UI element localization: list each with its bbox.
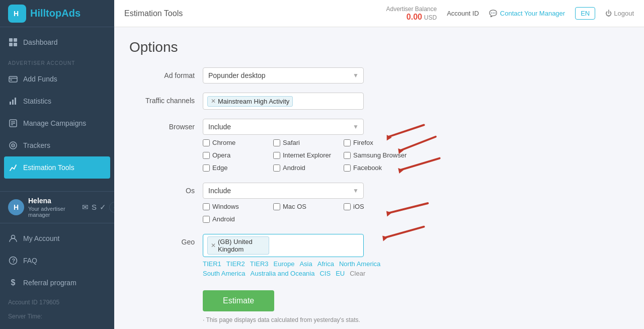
geo-tag-remove-icon[interactable]: ✕	[211, 242, 216, 249]
checkbox-macos[interactable]: Mac OS	[273, 203, 344, 210]
facebook-checkbox[interactable]	[344, 164, 351, 172]
checkbox-android[interactable]: Android	[273, 164, 344, 172]
balance-value: 0.00	[407, 13, 422, 21]
tag-remove-icon[interactable]: ✕	[211, 98, 216, 105]
checkbox-edge[interactable]: Edge	[203, 164, 273, 172]
sidebar-server-time: Server Time:	[0, 311, 114, 325]
browser-include-wrapper: Include Exclude ▼	[203, 119, 364, 135]
os-include-select[interactable]: Include Exclude	[203, 183, 364, 199]
estimation-tools-icon	[8, 162, 18, 173]
geo-tier1-link[interactable]: TIER1	[203, 260, 221, 268]
android-checkbox[interactable]	[273, 164, 280, 172]
firefox-checkbox[interactable]	[344, 139, 351, 146]
logo-text: HilltopAds	[30, 8, 80, 19]
sidebar-item-estimation-tools[interactable]: Estimation Tools	[4, 156, 110, 179]
browser-checkboxes: Chrome Safari Firefox Opera Internet Exp…	[203, 139, 444, 174]
samsung-checkbox[interactable]	[344, 152, 351, 159]
checkbox-opera[interactable]: Opera	[203, 151, 273, 159]
sidebar-item-referral[interactable]: $ Referral program	[0, 272, 114, 294]
sidebar-item-statistics[interactable]: Statistics	[0, 90, 114, 112]
contact-manager-btn[interactable]: 💬 Contact Your Manager	[489, 10, 565, 17]
sidebar-nav: Dashboard ADVERTISER ACCOUNT Add Funds S…	[0, 27, 114, 191]
advertiser-balance: Advertiser Balance 0.00 USD	[386, 6, 437, 22]
topbar-title: Estimation Tools	[124, 9, 183, 18]
browser-control: Include Exclude ▼ Chrome Safari Firefox …	[203, 119, 532, 174]
sidebar-section-label: ADVERTISER ACCOUNT	[0, 53, 114, 68]
checkbox-ios[interactable]: iOS	[344, 203, 414, 210]
geo-asia-link[interactable]: Asia	[299, 260, 312, 268]
svg-rect-3	[14, 38, 17, 42]
safari-checkbox[interactable]	[273, 139, 280, 146]
geo-australia-link[interactable]: Australia and Oceania	[251, 270, 315, 277]
geo-input-wrapper[interactable]: ✕ (GB) United Kingdom	[203, 234, 364, 257]
sidebar-account-id: Account ID 179605	[0, 294, 114, 311]
manager-sub: Your advertiser manager	[28, 206, 76, 218]
account-id-top: Account ID	[447, 10, 479, 17]
checkbox-safari[interactable]: Safari	[273, 139, 344, 146]
geo-text-input[interactable]	[271, 241, 359, 250]
traffic-channel-tag: ✕ Mainstream High Activity	[207, 96, 293, 107]
sidebar-item-manage-campaigns[interactable]: Manage Campaigns	[0, 112, 114, 134]
browser-include-select[interactable]: Include Exclude	[203, 119, 364, 135]
ad-format-select[interactable]: Popunder desktop Popunder mobile Banner …	[203, 67, 364, 84]
manage-campaigns-label: Manage Campaigns	[23, 119, 86, 127]
geo-africa-link[interactable]: Africa	[317, 260, 334, 268]
ios-checkbox[interactable]	[344, 203, 351, 210]
ie-checkbox[interactable]	[273, 152, 280, 159]
sidebar-item-my-account[interactable]: My Account	[0, 227, 114, 250]
sidebar-item-add-funds[interactable]: Add Funds	[0, 68, 114, 90]
geo-clear-link[interactable]: Clear	[350, 270, 365, 277]
geo-tier2-link[interactable]: TIER2	[226, 260, 245, 268]
macos-checkbox[interactable]	[273, 203, 280, 210]
checkbox-firefox[interactable]: Firefox	[344, 139, 414, 146]
checkbox-ie[interactable]: Internet Explorer	[273, 151, 344, 159]
balance-label: Advertiser Balance	[386, 6, 437, 13]
statistics-label: Statistics	[23, 97, 51, 105]
android-os-checkbox[interactable]	[203, 216, 210, 223]
sidebar-collapse-btn[interactable]: ‹	[109, 202, 114, 213]
geo-south-america-link[interactable]: South America	[203, 270, 246, 277]
sidebar-item-trackers[interactable]: Trackers	[0, 134, 114, 156]
referral-icon: $	[8, 278, 18, 288]
traffic-channels-field[interactable]: ✕ Mainstream High Activity	[203, 93, 364, 110]
sidebar-item-dashboard[interactable]: Dashboard	[0, 31, 114, 53]
geo-north-america-link[interactable]: North America	[339, 260, 380, 268]
svg-rect-6	[9, 76, 17, 82]
checkbox-windows[interactable]: Windows	[203, 203, 273, 210]
page-title: Options	[129, 39, 629, 55]
windows-checkbox[interactable]	[203, 203, 210, 210]
edge-checkbox[interactable]	[203, 164, 210, 172]
manager-info: Helena Your advertiser manager	[28, 197, 76, 218]
language-button[interactable]: EN	[575, 7, 595, 20]
checkbox-chrome[interactable]: Chrome	[203, 139, 273, 146]
logout-button[interactable]: ⏻ Logout	[605, 10, 634, 17]
add-funds-label: Add Funds	[23, 75, 57, 83]
chrome-checkbox[interactable]	[203, 139, 210, 146]
my-account-icon	[8, 233, 18, 243]
geo-europe-link[interactable]: Europe	[274, 260, 295, 268]
geo-eu-link[interactable]: EU	[336, 270, 345, 277]
estimate-row: Estimate · This page displays data calcu…	[129, 286, 532, 323]
checkbox-android-os[interactable]: Android	[203, 215, 273, 223]
svg-rect-9	[10, 102, 11, 105]
geo-tier3-link[interactable]: TIER3	[250, 260, 269, 268]
estimate-button[interactable]: Estimate	[203, 290, 274, 311]
ad-format-select-wrapper: Popunder desktop Popunder mobile Banner …	[203, 67, 364, 84]
manager-name: Helena	[28, 197, 76, 205]
email-icon[interactable]: ✉	[82, 203, 89, 212]
faq-label: FAQ	[23, 257, 37, 265]
tag-label: Mainstream High Activity	[218, 98, 289, 105]
geo-tag-label: (GB) United Kingdom	[218, 238, 266, 253]
dashboard-label: Dashboard	[23, 38, 58, 46]
opera-checkbox[interactable]	[203, 152, 210, 159]
note-text: · This page displays data calculated fro…	[203, 316, 532, 323]
geo-label: Geo	[129, 234, 195, 246]
skype-icon[interactable]: S	[92, 203, 97, 212]
telegram-icon[interactable]: ✓	[100, 203, 106, 212]
statistics-icon	[8, 96, 18, 106]
sidebar-item-faq[interactable]: ? FAQ	[0, 250, 114, 272]
geo-cis-link[interactable]: CIS	[319, 270, 331, 277]
sidebar: H HilltopAds Dashboard ADVERTISER ACCOUN…	[0, 0, 114, 329]
checkbox-facebook[interactable]: Facebook	[344, 164, 414, 172]
checkbox-samsung[interactable]: Samsung Browser	[344, 151, 414, 159]
